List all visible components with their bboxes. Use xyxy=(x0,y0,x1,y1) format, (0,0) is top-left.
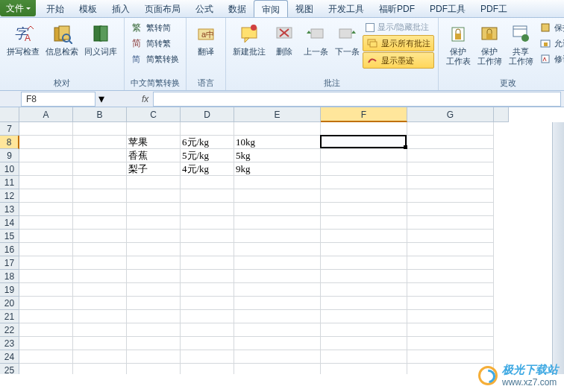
col-header-E[interactable]: E xyxy=(234,107,321,122)
row-header-8[interactable]: 8 xyxy=(0,136,19,149)
cell-B17[interactable] xyxy=(73,256,127,270)
cell-F15[interactable] xyxy=(321,230,407,243)
row-header-22[interactable]: 22 xyxy=(0,323,19,337)
cell-C20[interactable] xyxy=(127,297,181,310)
translate-button[interactable]: a中翻译 xyxy=(190,20,222,58)
cell-C8[interactable]: 苹果 xyxy=(127,136,181,149)
cell-C19[interactable] xyxy=(127,283,181,297)
cell-D18[interactable] xyxy=(181,270,234,283)
cell-B21[interactable] xyxy=(73,310,127,323)
menu-tab-插入[interactable]: 插入 xyxy=(104,0,137,17)
cell-F18[interactable] xyxy=(321,270,407,283)
cell-C17[interactable] xyxy=(127,256,181,270)
cell-D13[interactable] xyxy=(181,203,234,216)
cell-B10[interactable] xyxy=(73,162,127,176)
row-header-11[interactable]: 11 xyxy=(0,176,19,189)
cell-E22[interactable] xyxy=(234,323,321,337)
cell-G21[interactable] xyxy=(407,310,494,323)
cell-C10[interactable]: 梨子 xyxy=(127,162,181,176)
row-header-21[interactable]: 21 xyxy=(0,310,19,323)
track-changes-button[interactable]: 修订 xyxy=(536,51,564,66)
col-header-A[interactable]: A xyxy=(19,107,73,122)
col-header-tail[interactable] xyxy=(494,107,509,122)
cell-B23[interactable] xyxy=(73,337,127,350)
cell-grid[interactable]: 苹果6元/kg10kg香蕉5元/kg5kg梨子4元/kg9kg xyxy=(19,122,494,374)
cell-G18[interactable] xyxy=(407,270,494,283)
cell-D23[interactable] xyxy=(181,337,234,350)
cell-B18[interactable] xyxy=(73,270,127,283)
cell-G11[interactable] xyxy=(407,176,494,189)
tc2sc-button[interactable]: 繁繁转简 xyxy=(128,20,182,35)
cell-A23[interactable] xyxy=(19,337,73,350)
cell-G12[interactable] xyxy=(407,189,494,203)
cell-A13[interactable] xyxy=(19,203,73,216)
cell-B24[interactable] xyxy=(73,350,127,364)
cell-C23[interactable] xyxy=(127,337,181,350)
cell-B22[interactable] xyxy=(73,323,127,337)
cell-E7[interactable] xyxy=(234,122,321,136)
cell-D14[interactable] xyxy=(181,216,234,230)
cell-E21[interactable] xyxy=(234,310,321,323)
cell-A25[interactable] xyxy=(19,364,73,374)
cell-C22[interactable] xyxy=(127,323,181,337)
menu-tab-开始[interactable]: 开始 xyxy=(39,0,72,17)
cell-C12[interactable] xyxy=(127,189,181,203)
new-comment-button[interactable]: 新建批注 xyxy=(230,20,269,58)
cell-F17[interactable] xyxy=(321,256,407,270)
vertical-scrollbar[interactable] xyxy=(552,122,564,374)
cell-D17[interactable] xyxy=(181,256,234,270)
cell-F11[interactable] xyxy=(321,176,407,189)
menu-tab-模板[interactable]: 模板 xyxy=(72,0,104,17)
cell-C7[interactable] xyxy=(127,122,181,136)
cell-D21[interactable] xyxy=(181,310,234,323)
cell-E8[interactable]: 10kg xyxy=(234,136,321,149)
cell-C21[interactable] xyxy=(127,310,181,323)
cell-B20[interactable] xyxy=(73,297,127,310)
cell-F9[interactable] xyxy=(321,149,407,162)
cell-A9[interactable] xyxy=(19,149,73,162)
show-all-comments-button[interactable]: 显示所有批注 xyxy=(363,35,434,51)
cell-F16[interactable] xyxy=(321,243,407,256)
menu-tab-视图[interactable]: 视图 xyxy=(288,0,321,17)
cell-B11[interactable] xyxy=(73,176,127,189)
show-ink-button[interactable]: 显示墨迹 xyxy=(363,52,434,69)
cell-F7[interactable] xyxy=(321,122,407,136)
cell-G22[interactable] xyxy=(407,323,494,337)
cell-E10[interactable]: 9kg xyxy=(234,162,321,176)
cell-D9[interactable]: 5元/kg xyxy=(181,149,234,162)
cell-A17[interactable] xyxy=(19,256,73,270)
protect-workbook-button[interactable]: 保护 工作簿 xyxy=(474,20,505,68)
cell-D19[interactable] xyxy=(181,283,234,297)
spellcheck-button[interactable]: 字A拼写检查 xyxy=(4,20,43,58)
row-header-9[interactable]: 9 xyxy=(0,149,19,162)
cell-G23[interactable] xyxy=(407,337,494,350)
cell-C24[interactable] xyxy=(127,350,181,364)
col-header-D[interactable]: D xyxy=(181,107,234,122)
row-header-16[interactable]: 16 xyxy=(0,243,19,256)
row-header-20[interactable]: 20 xyxy=(0,297,19,310)
cell-D24[interactable] xyxy=(181,350,234,364)
menu-tab-数据[interactable]: 数据 xyxy=(221,0,254,17)
cell-A11[interactable] xyxy=(19,176,73,189)
cell-C9[interactable]: 香蕉 xyxy=(127,149,181,162)
cell-F23[interactable] xyxy=(321,337,407,350)
menu-tab-PDF工具[interactable]: PDF工具 xyxy=(422,0,473,17)
cell-F14[interactable] xyxy=(321,216,407,230)
cell-F10[interactable] xyxy=(321,162,407,176)
cell-F24[interactable] xyxy=(321,350,407,364)
cell-G10[interactable] xyxy=(407,162,494,176)
cell-G20[interactable] xyxy=(407,297,494,310)
row-header-25[interactable]: 25 xyxy=(0,364,19,374)
cell-E25[interactable] xyxy=(234,364,321,374)
cell-E17[interactable] xyxy=(234,256,321,270)
cell-F13[interactable] xyxy=(321,203,407,216)
select-all-corner[interactable] xyxy=(0,107,19,122)
row-header-19[interactable]: 19 xyxy=(0,283,19,297)
menu-tab-审阅[interactable]: 审阅 xyxy=(254,0,288,17)
protect-sheet-button[interactable]: 保护 工作表 xyxy=(442,20,474,68)
cell-E16[interactable] xyxy=(234,243,321,256)
cell-A18[interactable] xyxy=(19,270,73,283)
formula-input[interactable] xyxy=(153,92,561,107)
name-box-dropdown[interactable]: ▾ xyxy=(95,92,107,106)
cell-D25[interactable] xyxy=(181,364,234,374)
